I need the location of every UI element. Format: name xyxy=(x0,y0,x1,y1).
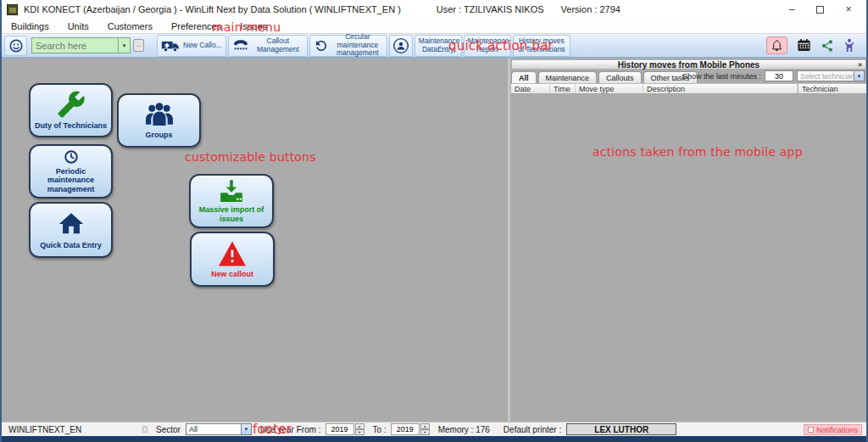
duty-of-technicians-button[interactable]: Duty of Technicians xyxy=(29,83,113,137)
tab-callouts[interactable]: Callouts xyxy=(598,71,642,83)
resize-grip-icon xyxy=(142,426,147,433)
quick-data-entry-button[interactable]: Quick Data Entry xyxy=(29,202,113,258)
annotation-customizable-buttons: customizable buttons xyxy=(185,150,316,164)
share-button[interactable] xyxy=(821,39,834,53)
spin-up-icon[interactable]: ▲ xyxy=(355,423,364,429)
technician-button[interactable] xyxy=(843,38,855,53)
notifications-toggle[interactable]: Notifications xyxy=(804,424,862,435)
massive-import-label: Massive import of issues xyxy=(194,205,269,223)
panel-collapse-icon[interactable]: » xyxy=(858,60,862,70)
sector-select[interactable]: All ▼ xyxy=(186,423,252,435)
title-bar: KDI KONECT (Azerbaijan / Georgia ) - Win… xyxy=(2,0,866,19)
quick-data-entry-label: Quick Data Entry xyxy=(40,241,102,249)
annotation-footer: footer xyxy=(253,422,292,437)
smiley-icon xyxy=(8,38,24,53)
menu-customers[interactable]: Customers xyxy=(98,21,162,31)
year-to-input[interactable] xyxy=(391,423,420,435)
quick-icons-group xyxy=(766,36,855,54)
warning-icon xyxy=(217,240,248,267)
callout-management-button[interactable]: Callout Management xyxy=(228,35,308,57)
default-printer-label: Default printer : xyxy=(504,425,561,434)
show-last-minutes-input[interactable] xyxy=(765,70,793,81)
printer-name-button[interactable]: LEX LUTHOR xyxy=(566,423,676,435)
sector-value: All xyxy=(186,425,241,434)
menu-units[interactable]: Units xyxy=(58,21,98,31)
checkbox-icon[interactable] xyxy=(808,427,814,433)
search-more-button[interactable]: .. xyxy=(133,39,144,52)
circular-maintenance-label: Circular maintenance management xyxy=(332,33,383,57)
technician-person-icon xyxy=(843,38,855,53)
calendar-icon xyxy=(797,38,811,53)
notifications-label: Notifications xyxy=(816,426,858,434)
groups-button[interactable]: Groups xyxy=(117,93,201,148)
callout-management-label: Callout Management xyxy=(253,37,303,53)
quick-action-bar: ▾ .. New Callo... Callou xyxy=(2,34,866,58)
new-callout-big-button[interactable]: New callout xyxy=(190,232,275,287)
memory-indicator: Memory : 176 xyxy=(438,425,490,434)
chevron-down-icon[interactable]: ▼ xyxy=(241,424,251,434)
moves-table-header: Date Time Move type Description Technici… xyxy=(511,83,866,94)
calendar-button[interactable] xyxy=(797,38,811,53)
maximize-icon[interactable] xyxy=(816,6,824,14)
chevron-down-icon[interactable]: ▼ xyxy=(854,71,864,81)
year-from-input[interactable] xyxy=(326,423,354,435)
circular-maintenance-button[interactable]: Circular maintenance management xyxy=(309,35,387,57)
column-move-type[interactable]: Move type xyxy=(576,84,643,93)
home-icon xyxy=(57,210,86,238)
column-time[interactable]: Time xyxy=(550,84,576,93)
tab-maintenance[interactable]: Maintenance xyxy=(538,71,598,83)
smiley-button[interactable] xyxy=(4,36,27,56)
groups-label: Groups xyxy=(145,131,172,139)
annotation-quick-action-bar: quick action bar xyxy=(448,38,554,53)
panel-tabs: All Maintenance Callouts Other tasks Sho… xyxy=(511,70,866,83)
phone-icon xyxy=(232,39,249,53)
bell-icon xyxy=(771,39,783,52)
wrench-icon xyxy=(57,90,86,119)
to-label: To : xyxy=(373,425,387,434)
app-window: KDI KONECT (Azerbaijan / Georgia ) - Win… xyxy=(0,0,868,442)
new-callout-toolbar-button[interactable]: New Callo... xyxy=(157,35,226,57)
annotation-main-menu: main menu xyxy=(212,20,281,34)
column-date[interactable]: Date xyxy=(511,84,550,93)
window-controls: – × xyxy=(786,3,854,15)
spin-up-icon[interactable]: ▲ xyxy=(420,423,430,429)
search-combo: ▾ .. xyxy=(31,37,144,53)
show-last-minutes-label: Show the last minutes : xyxy=(682,72,761,81)
panel-filter-controls: Show the last minutes : Select technicia… xyxy=(682,70,865,81)
import-icon xyxy=(217,179,246,203)
groups-icon xyxy=(144,101,175,128)
close-icon[interactable]: × xyxy=(843,3,854,15)
panel-header[interactable]: History moves from Mobile Phones » xyxy=(511,59,866,70)
app-icon xyxy=(7,4,18,15)
share-icon xyxy=(821,39,834,53)
menu-buildings[interactable]: Buildings xyxy=(2,21,58,31)
footer-app-id: WINLIFTNEXT_EN xyxy=(8,425,136,434)
massive-import-button[interactable]: Massive import of issues xyxy=(189,174,274,228)
logged-user: User : TZILIVAKIS NIKOS xyxy=(437,4,544,14)
tab-all[interactable]: All xyxy=(511,71,537,83)
ambulance-icon xyxy=(161,39,180,53)
column-technician[interactable]: Technician xyxy=(798,84,866,93)
panel-title: History moves from Mobile Phones xyxy=(618,60,760,70)
notifications-bell-button[interactable] xyxy=(766,36,787,54)
year-from-updown: ▲ ▼ xyxy=(355,423,364,435)
technician-select[interactable]: Select technician ▼ xyxy=(797,70,865,81)
column-description[interactable]: Description xyxy=(643,84,798,93)
search-dropdown-arrow[interactable]: ▾ xyxy=(118,37,131,53)
main-area: Duty of Technicians Groups Periodic main… xyxy=(2,58,866,422)
status-bar: WINLIFTNEXT_EN footer Sector All ▼ Use y… xyxy=(2,422,866,436)
new-callout-label: New Callo... xyxy=(183,42,222,49)
window-title: KDI KONECT (Azerbaijan / Georgia ) - Win… xyxy=(24,4,401,14)
operator-person-icon xyxy=(392,37,409,54)
spin-down-icon[interactable]: ▼ xyxy=(355,429,364,435)
menu-bar: Buildings Units Customers Preferences Is… xyxy=(2,19,866,34)
operator-button[interactable] xyxy=(389,35,413,57)
minimize-icon[interactable]: – xyxy=(786,3,798,15)
spin-down-icon[interactable]: ▼ xyxy=(420,429,430,435)
periodic-maintenance-button[interactable]: Periodic maintenance management xyxy=(29,144,113,199)
clock-icon xyxy=(58,149,85,165)
search-input[interactable] xyxy=(31,37,118,53)
panel-splitter[interactable] xyxy=(508,58,510,422)
technician-select-placeholder: Select technician xyxy=(798,72,854,81)
periodic-maintenance-label: Periodic maintenance management xyxy=(34,167,108,193)
